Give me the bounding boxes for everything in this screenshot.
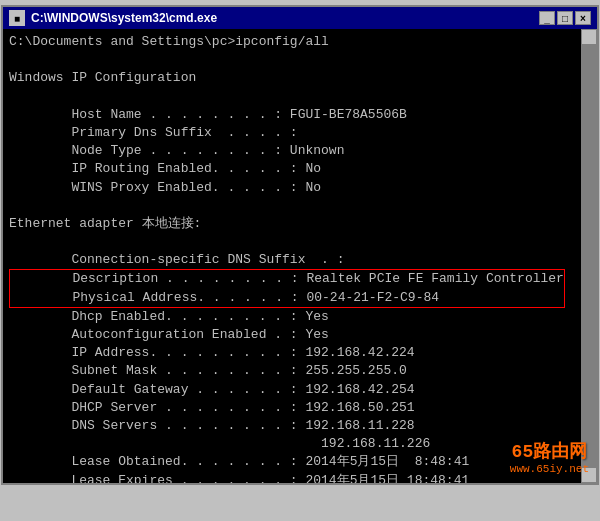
cmd-gateway: Default Gateway . . . . . . : 192.168.42… xyxy=(9,382,415,397)
cmd-subnet: Subnet Mask . . . . . . . . : 255.255.25… xyxy=(9,363,407,378)
close-button[interactable]: × xyxy=(575,11,591,25)
cmd-lease-obt: Lease Obtained. . . . . . . : 2014年5月15日… xyxy=(9,454,469,469)
minimize-button[interactable]: _ xyxy=(539,11,555,25)
window-icon: ■ xyxy=(9,10,25,26)
cmd-autoconfig: Autoconfiguration Enabled . : Yes xyxy=(9,327,329,342)
cmd-line-section1: Windows IP Configuration xyxy=(9,70,196,85)
cmd-text: C:\Documents and Settings\pc>ipconfig/al… xyxy=(9,33,591,483)
cmd-ethernet: Ethernet adapter 本地连接: xyxy=(9,216,201,231)
scroll-up-button[interactable]: ▲ xyxy=(581,29,597,45)
cmd-dhcpserver: DHCP Server . . . . . . . . : 192.168.50… xyxy=(9,400,415,415)
title-bar-left: ■ C:\WINDOWS\system32\cmd.exe xyxy=(9,10,217,26)
cmd-dhcp: Dhcp Enabled. . . . . . . . : Yes xyxy=(9,309,329,324)
watermark-line2: www.65iy.net xyxy=(510,463,589,475)
watermark-line1: 65路由网 xyxy=(510,439,589,463)
cmd-line-1: C:\Documents and Settings\pc>ipconfig/al… xyxy=(9,34,329,49)
cmd-output: C:\Documents and Settings\pc>ipconfig/al… xyxy=(3,29,597,483)
cmd-iprouting: IP Routing Enabled. . . . . : No xyxy=(9,161,321,176)
cmd-dns1: DNS Servers . . . . . . . . : 192.168.11… xyxy=(9,418,415,433)
cmd-dns2: 192.168.11.226 xyxy=(9,436,430,451)
cmd-dns-suffix: Primary Dns Suffix . . . . : xyxy=(9,125,305,140)
cmd-host: Host Name . . . . . . . . : FGUI-BE78A55… xyxy=(9,107,407,122)
cmd-node: Node Type . . . . . . . . : Unknown xyxy=(9,143,344,158)
cmd-lease-exp: Lease Expires . . . . . . . : 2014年5月15日… xyxy=(9,473,469,484)
cmd-ipaddr: IP Address. . . . . . . . . : 192.168.42… xyxy=(9,345,415,360)
watermark: 65路由网 www.65iy.net xyxy=(510,439,589,475)
window-title: C:\WINDOWS\system32\cmd.exe xyxy=(31,11,217,25)
scrollbar[interactable]: ▲ ▼ xyxy=(581,29,597,483)
cmd-conndns: Connection-specific DNS Suffix . : xyxy=(9,252,344,267)
cmd-window: ■ C:\WINDOWS\system32\cmd.exe _ □ × C:\D… xyxy=(1,5,599,485)
scroll-track[interactable] xyxy=(581,45,597,467)
cmd-desc-highlight: Description . . . . . . . . : Realtek PC… xyxy=(9,269,565,307)
title-bar: ■ C:\WINDOWS\system32\cmd.exe _ □ × xyxy=(3,7,597,29)
title-buttons: _ □ × xyxy=(539,11,591,25)
cmd-desc: Description . . . . . . . . : Realtek PC… xyxy=(10,271,564,286)
maximize-button[interactable]: □ xyxy=(557,11,573,25)
cmd-physical: Physical Address. . . . . . : 00-24-21-F… xyxy=(10,290,439,305)
cmd-wins: WINS Proxy Enabled. . . . . : No xyxy=(9,180,321,195)
